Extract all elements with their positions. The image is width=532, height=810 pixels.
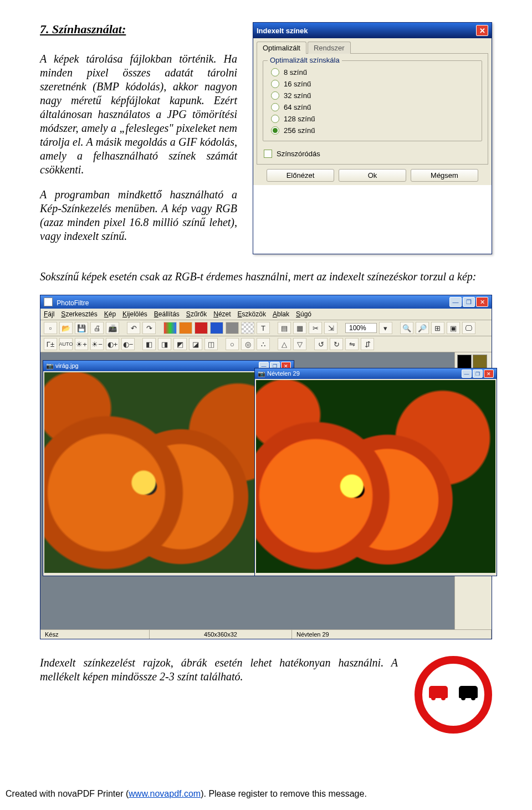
tab-optimized[interactable]: Optimalizált [257, 42, 306, 54]
rgb-icon[interactable] [163, 322, 177, 334]
maximize-icon[interactable]: ❐ [463, 297, 475, 307]
radio-label: 64 színű [284, 103, 311, 111]
palette-blue-icon[interactable] [210, 322, 223, 334]
palette-orange-icon[interactable] [179, 322, 192, 334]
photofiltre-window: PhotoFiltre — ❐ ✕ FájlSzerkesztésKépKije… [40, 295, 492, 639]
menu-zerkesztés[interactable]: Szerkesztés [61, 310, 97, 318]
resize-icon[interactable]: ⇲ [324, 322, 337, 334]
no-overtaking-sign [415, 656, 492, 734]
radio-icon[interactable] [271, 68, 279, 76]
background-swatch[interactable] [473, 355, 487, 369]
radio-label: 16 színű [284, 80, 311, 88]
minimize-icon[interactable]: — [449, 297, 462, 307]
save-icon[interactable]: 💾 [75, 322, 88, 334]
close-icon[interactable]: ✕ [484, 370, 494, 378]
red-car-icon [429, 686, 448, 698]
sharpen-icon[interactable]: ◎ [241, 338, 254, 350]
new-icon[interactable]: ▫ [44, 322, 57, 334]
tri-down-icon[interactable]: ▽ [293, 338, 306, 350]
radio-64-színű[interactable]: 64 színű [270, 101, 475, 113]
preview-button[interactable]: Előnézet [267, 169, 334, 182]
gamma-up-icon[interactable]: Γ± [44, 338, 57, 350]
fit-icon[interactable]: ⊞ [431, 322, 444, 334]
radio-icon[interactable] [271, 80, 279, 88]
para-2: A programban mindkettő használható a Kép… [40, 188, 237, 243]
hue-icon[interactable]: ◧ [142, 338, 156, 350]
flower-image-indexed [256, 380, 495, 573]
open-icon[interactable]: 📂 [59, 322, 73, 334]
ok-button[interactable]: Ok [339, 169, 406, 182]
close-icon[interactable]: ✕ [476, 25, 488, 36]
image2-title: 📷 Névtelen 29 [258, 370, 300, 377]
menu-ájl[interactable]: Fájl [44, 310, 54, 318]
dither-label: Színszóródás [277, 150, 320, 158]
menu-ép[interactable]: Kép [104, 310, 116, 318]
layers-icon[interactable]: ▤ [278, 322, 291, 334]
radio-256-színű[interactable]: 256 színű [270, 125, 475, 136]
foreground-swatch[interactable] [457, 355, 472, 369]
checkbox-icon[interactable] [264, 150, 272, 158]
menu-szközök[interactable]: Eszközök [238, 310, 266, 318]
status-active: Névtelen 29 [292, 630, 492, 639]
novapdf-link[interactable]: www.novapdf.com [129, 789, 201, 798]
scan-icon[interactable]: 📠 [106, 322, 119, 334]
radio-icon[interactable] [271, 115, 279, 123]
contrast-up-icon[interactable]: ◐+ [106, 338, 119, 350]
noise-icon[interactable]: ∴ [257, 338, 270, 350]
cancel-button[interactable]: Mégsem [411, 169, 478, 182]
text-icon[interactable]: T [257, 322, 270, 334]
menu-ézet[interactable]: Nézet [213, 310, 231, 318]
sat-icon[interactable]: ◨ [158, 338, 171, 350]
palette-red-icon[interactable] [195, 322, 208, 334]
sepia-icon[interactable]: ◪ [189, 338, 202, 350]
tri-up-icon[interactable]: △ [278, 338, 291, 350]
undo-icon[interactable]: ↶ [127, 322, 140, 334]
dither-checkbox-row[interactable]: Színszóródás [263, 148, 482, 160]
print-icon[interactable]: 🖨 [90, 322, 104, 334]
zoom-select[interactable]: 100% [345, 323, 377, 333]
contrast-down-icon[interactable]: ◐− [121, 338, 135, 350]
zoom-out-icon[interactable]: 🔎 [416, 322, 429, 334]
flip-v-icon[interactable]: ⇵ [361, 338, 374, 350]
image-window-2[interactable]: 📷 Névtelen 29 —❐✕ [254, 368, 497, 576]
monitor-icon[interactable]: 🖵 [462, 322, 475, 334]
blur-icon[interactable]: ○ [226, 338, 239, 350]
menu-ijelölés[interactable]: Kijelölés [122, 310, 147, 318]
bright-up-icon[interactable]: ☀+ [75, 338, 88, 350]
radio-label: 128 színű [284, 115, 315, 123]
menu-eállítás[interactable]: Beállítás [154, 310, 180, 318]
radio-16-színű[interactable]: 16 színű [270, 78, 475, 90]
menu-blak[interactable]: Ablak [273, 310, 289, 318]
para-3: Sokszínű képek esetén csak az RGB-t érde… [40, 270, 492, 284]
invert-icon[interactable]: ◫ [204, 338, 218, 350]
radio-icon[interactable] [271, 126, 279, 135]
radio-32-színű[interactable]: 32 színű [270, 90, 475, 101]
zoom-in-icon[interactable]: 🔍 [400, 322, 413, 334]
crop-icon[interactable]: ✂ [309, 322, 322, 334]
close-icon[interactable]: ✕ [476, 297, 488, 307]
radio-icon[interactable] [271, 91, 279, 100]
bright-down-icon[interactable]: ☀− [90, 338, 104, 350]
gray-icon[interactable]: ◩ [173, 338, 187, 350]
redo-icon[interactable]: ↷ [142, 322, 156, 334]
minimize-icon[interactable]: — [462, 370, 472, 378]
flip-h-icon[interactable]: ⇋ [345, 338, 359, 350]
status-dimensions: 450x360x32 [150, 630, 292, 639]
transparency-icon[interactable] [241, 322, 254, 334]
radio-icon[interactable] [271, 103, 279, 111]
maximize-icon[interactable]: ❐ [473, 370, 483, 378]
gamma-auto-icon[interactable]: AUTO [59, 338, 73, 350]
ruler-icon[interactable]: ▦ [293, 322, 306, 334]
radio-8-színű[interactable]: 8 színű [270, 66, 475, 78]
rotate-right-icon[interactable]: ↻ [330, 338, 343, 350]
radio-128-színű[interactable]: 128 színű [270, 113, 475, 125]
palette-gray-icon[interactable] [226, 322, 239, 334]
radio-label: 256 színű [284, 126, 315, 135]
menu-zűrők[interactable]: Szűrők [186, 310, 207, 318]
rotate-left-icon[interactable]: ↺ [314, 338, 328, 350]
tab-system[interactable]: Rendszer [308, 42, 351, 54]
menu-úgó[interactable]: Súgó [296, 310, 311, 318]
zoom-dropdown-icon[interactable]: ▾ [379, 322, 392, 334]
fullscreen-icon[interactable]: ▣ [447, 322, 460, 334]
para-1: A képek tárolása fájlokban történik. Ha … [40, 52, 237, 177]
